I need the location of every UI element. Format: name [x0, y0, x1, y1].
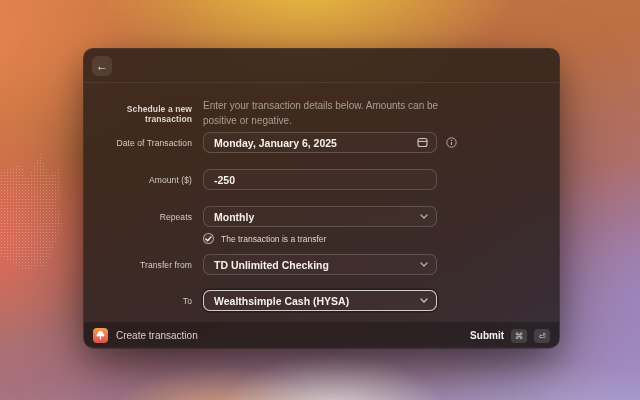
transfer-checkbox[interactable]	[203, 233, 214, 244]
transfer-to-field-label: To	[88, 296, 192, 306]
transfer-to-selected-value: Wealthsimple Cash (HYSA)	[214, 295, 349, 307]
chevron-down-icon	[420, 262, 428, 267]
calendar-icon[interactable]	[417, 137, 428, 148]
date-input[interactable]	[203, 132, 437, 153]
command-key-icon: ⌘	[511, 329, 527, 343]
footer-submit-area: Submit ⌘ ⏎	[470, 329, 550, 343]
modal-footer: Create transaction Submit ⌘ ⏎	[84, 321, 559, 349]
submit-button[interactable]: Submit	[470, 330, 504, 341]
modal-header: ←	[84, 49, 559, 83]
section-label: Schedule a new transaction	[88, 104, 192, 124]
chevron-down-icon	[420, 214, 428, 219]
transfer-checkbox-label: The transaction is a transfer	[221, 234, 326, 244]
return-key-icon: ⏎	[534, 329, 550, 343]
transfer-from-selected-value: TD Unlimited Checking	[214, 259, 329, 271]
amount-input-field[interactable]	[214, 174, 428, 186]
transfer-from-select[interactable]: TD Unlimited Checking	[203, 254, 437, 275]
desktop-background: ← Schedule a new transaction Enter your …	[0, 0, 640, 400]
back-arrow-icon: ←	[96, 59, 108, 73]
amount-field-label: Amount ($)	[88, 175, 192, 185]
date-info-icon[interactable]	[444, 135, 458, 149]
form-description: Enter your transaction details below. Am…	[203, 98, 445, 128]
transfer-from-field-label: Transfer from	[88, 260, 192, 270]
checkbox-check-icon	[205, 236, 212, 242]
footer-title: Create transaction	[116, 330, 198, 341]
repeats-selected-value: Monthly	[214, 211, 254, 223]
footer-app-info: Create transaction	[93, 328, 198, 343]
amount-input[interactable]	[203, 169, 437, 190]
transaction-modal: ← Schedule a new transaction Enter your …	[83, 48, 560, 348]
date-input-field[interactable]	[214, 137, 417, 149]
chevron-down-icon	[420, 298, 428, 303]
app-logo-icon	[93, 328, 108, 343]
transfer-checkbox-row[interactable]: The transaction is a transfer	[203, 233, 326, 244]
transfer-to-select[interactable]: Wealthsimple Cash (HYSA)	[203, 290, 437, 311]
back-button[interactable]: ←	[92, 56, 112, 76]
date-field-label: Date of Transaction	[88, 138, 192, 148]
repeats-select[interactable]: Monthly	[203, 206, 437, 227]
background-noise-texture	[0, 150, 78, 270]
repeats-field-label: Repeats	[88, 212, 192, 222]
